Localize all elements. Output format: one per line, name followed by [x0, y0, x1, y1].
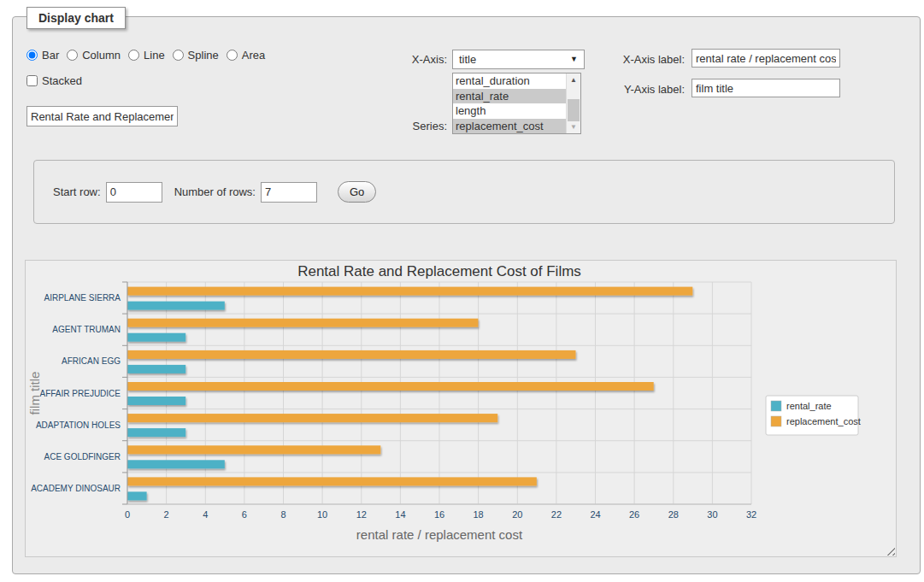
chart-title: Rental Rate and Replacement Cost of Film…: [297, 263, 581, 279]
chart-type-label-area: Area: [242, 49, 265, 62]
bar-rental_rate-adaptation-holes[interactable]: [127, 428, 185, 437]
x-tick-label: 0: [125, 509, 130, 520]
chart-container: Rental Rate and Replacement Cost of Film…: [25, 260, 897, 557]
x-tick-label: 28: [668, 509, 679, 520]
x-tick-label: 8: [280, 509, 285, 520]
bar-replacement_cost-affair-prejudice[interactable]: [127, 382, 654, 391]
x-tick-label: 14: [395, 509, 405, 520]
chart-type-option-spline[interactable]: Spline: [173, 49, 219, 62]
series-options: rental_durationrental_ratelengthreplacem…: [453, 73, 566, 133]
series-option-rental_rate[interactable]: rental_rate: [453, 89, 566, 104]
series-scrollbar[interactable]: ▲ ▼: [566, 73, 580, 133]
x-tick-label: 32: [746, 509, 756, 520]
chart-type-radio-bar[interactable]: [26, 50, 38, 61]
x-tick-label: 22: [551, 509, 562, 520]
chart-type-radio-area[interactable]: [227, 50, 238, 61]
chart-type-label-spline: Spline: [188, 49, 219, 62]
legend-swatch-replacement_cost[interactable]: [771, 416, 781, 426]
chart-type-label-column: Column: [82, 49, 121, 62]
chart-type-radio-column[interactable]: [67, 50, 78, 61]
x-axis-label-input[interactable]: [692, 49, 840, 68]
chart-type-label-bar: Bar: [42, 49, 59, 62]
chart-legend: rental_ratereplacement_cost: [766, 396, 861, 435]
x-axis-label-caption: X-Axis label:: [606, 53, 685, 66]
scroll-up-icon[interactable]: ▲: [567, 73, 580, 86]
page: { "panel": { "legend": "Display chart" }…: [0, 0, 924, 582]
series-select-label: Series:: [387, 120, 447, 132]
series-multiselect[interactable]: rental_durationrental_ratelengthreplacem…: [452, 73, 581, 134]
bar-replacement_cost-african-egg[interactable]: [127, 350, 576, 359]
stacked-option[interactable]: Stacked: [26, 74, 82, 87]
x-tick-label: 26: [629, 509, 639, 520]
bar-replacement_cost-adaptation-holes[interactable]: [127, 414, 497, 422]
bar-rental_rate-agent-truman[interactable]: [127, 333, 185, 342]
bar-rental_rate-academy-dinosaur[interactable]: [127, 491, 147, 500]
start-row-label: Start row:: [53, 185, 101, 198]
y-axis-label-caption: Y-Axis label:: [606, 83, 685, 96]
legend-label-rental_rate: rental_rate: [786, 401, 832, 411]
category-label: ACE GOLDFINGER: [44, 452, 121, 461]
chart-type-option-bar[interactable]: Bar: [26, 49, 59, 62]
x-tick-label: 16: [434, 509, 444, 520]
x-tick-label: 10: [317, 509, 327, 520]
bar-rental_rate-african-egg[interactable]: [127, 365, 185, 373]
category-label: AIRPLANE SIERRA: [44, 293, 121, 303]
chart-svg: Rental Rate and Replacement Cost of Film…: [26, 261, 896, 556]
x-axis-select[interactable]: title ▼: [452, 50, 585, 69]
category-label: AFRICAN EGG: [62, 356, 121, 366]
x-axis-selected-value: title: [459, 53, 476, 66]
legend-swatch-rental_rate[interactable]: [771, 401, 781, 411]
x-tick-label: 2: [164, 509, 169, 520]
bar-replacement_cost-agent-truman[interactable]: [127, 319, 478, 327]
x-tick-label: 20: [512, 509, 522, 520]
bar-replacement_cost-academy-dinosaur[interactable]: [127, 477, 537, 485]
chart-title-input[interactable]: [26, 106, 178, 126]
panel-legend: Display chart: [26, 7, 126, 29]
chart-type-radio-group: BarColumnLineSplineArea: [26, 49, 273, 62]
x-tick-label: 12: [356, 509, 367, 520]
chart-type-radio-line[interactable]: [128, 50, 139, 61]
legend-label-replacement_cost: replacement_cost: [786, 416, 861, 426]
x-tick-label: 4: [203, 509, 208, 520]
chart-type-option-line[interactable]: Line: [128, 49, 165, 62]
bar-rental_rate-airplane-sierra[interactable]: [127, 302, 225, 310]
x-tick-label: 30: [707, 509, 717, 520]
bar-replacement_cost-airplane-sierra[interactable]: [127, 287, 692, 296]
chart-type-radio-spline[interactable]: [173, 50, 184, 61]
row-controls-panel: Start row: Number of rows: Go: [33, 160, 895, 224]
category-label: AGENT TRUMAN: [52, 325, 121, 334]
x-tick-label: 6: [242, 509, 247, 520]
x-tick-label: 24: [590, 509, 600, 520]
chart-type-label-line: Line: [144, 49, 165, 62]
stacked-label: Stacked: [42, 74, 82, 87]
start-row-input[interactable]: [106, 182, 162, 203]
x-axis-title: rental rate / replacement cost: [356, 527, 523, 542]
category-label: ADAPTATION HOLES: [36, 420, 121, 430]
x-tick-label: 18: [473, 509, 483, 520]
num-rows-label: Number of rows:: [174, 185, 256, 198]
bar-rental_rate-ace-goldfinger[interactable]: [127, 460, 225, 468]
chart-type-option-column[interactable]: Column: [67, 49, 121, 62]
scrollbar-thumb[interactable]: [568, 99, 580, 121]
y-axis-label-input[interactable]: [692, 79, 840, 97]
y-axis-title: film title: [27, 372, 42, 415]
series-option-length[interactable]: length: [453, 103, 566, 119]
display-chart-panel: Display chart BarColumnLineSplineArea St…: [12, 16, 921, 574]
category-label: AFFAIR PREJUDICE: [40, 389, 121, 398]
series-option-rental_duration[interactable]: rental_duration: [453, 73, 566, 89]
category-label: ACADEMY DINOSAUR: [31, 484, 121, 493]
chart-type-option-area[interactable]: Area: [227, 49, 265, 62]
bar-rental_rate-affair-prejudice[interactable]: [127, 397, 185, 405]
num-rows-input[interactable]: [261, 182, 317, 203]
legend-item-rental_rate[interactable]: rental_rate: [771, 401, 832, 411]
bar-replacement_cost-ace-goldfinger[interactable]: [127, 445, 380, 454]
scroll-down-icon[interactable]: ▼: [567, 121, 580, 133]
series-option-replacement_cost[interactable]: replacement_cost: [453, 119, 566, 134]
dropdown-arrow-icon: ▼: [570, 56, 578, 63]
go-button[interactable]: Go: [338, 181, 376, 203]
stacked-checkbox[interactable]: [26, 75, 38, 86]
x-axis-select-label: X-Axis:: [387, 53, 447, 66]
